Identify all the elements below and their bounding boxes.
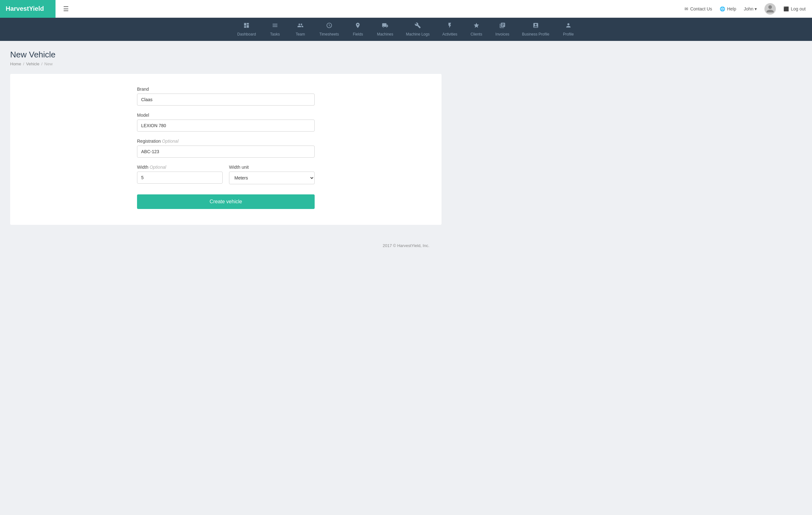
form-card: Brand Model Registration Optional (10, 74, 441, 225)
timesheets-icon (326, 22, 332, 30)
help-label: Help (727, 6, 736, 11)
nav-item-clients[interactable]: Clients (464, 18, 489, 41)
registration-input[interactable] (137, 146, 315, 158)
nav-label-clients: Clients (470, 32, 482, 36)
nav-label-dashboard: Dashboard (237, 32, 256, 36)
nav-label-business-profile: Business Profile (522, 32, 549, 36)
width-unit-col: Width unit Meters Feet Inches (229, 164, 315, 184)
help-icon: 🌐 (720, 6, 725, 11)
nav-label-profile: Profile (563, 32, 574, 36)
width-col: Width Optional (137, 164, 223, 184)
nav-label-team: Team (296, 32, 305, 36)
machine-logs-icon (414, 22, 421, 30)
registration-label: Registration Optional (137, 139, 315, 144)
activities-icon (446, 22, 453, 30)
nav-item-invoices[interactable]: Invoices (489, 18, 516, 41)
breadcrumb-sep-1: / (23, 62, 24, 66)
nav-item-activities[interactable]: Activities (436, 18, 463, 41)
width-unit-label: Width unit (229, 164, 315, 170)
nav-label-invoices: Invoices (495, 32, 510, 36)
nav-label-fields: Fields (353, 32, 363, 36)
nav-item-timesheets[interactable]: Timesheets (313, 18, 345, 41)
hamburger-button[interactable]: ☰ (61, 4, 71, 14)
nav-item-fields[interactable]: Fields (345, 18, 371, 41)
brand-input[interactable] (137, 94, 315, 105)
model-input[interactable] (137, 120, 315, 131)
header-right: ✉ Contact Us 🌐 Help John ▾ ⬛ Log out (685, 3, 806, 14)
page-title: New Vehicle (10, 50, 802, 60)
footer-text: 2017 © HarvestYield, Inc. (382, 243, 429, 248)
width-input[interactable] (137, 172, 223, 184)
machines-icon (382, 22, 388, 30)
top-header: HarvestYield ☰ ✉ Contact Us 🌐 Help John … (0, 0, 812, 18)
breadcrumb-vehicle[interactable]: Vehicle (26, 62, 39, 66)
page-content: New Vehicle Home / Vehicle / New Brand M… (0, 41, 812, 234)
model-label: Model (137, 113, 315, 118)
fields-icon (355, 22, 361, 30)
team-icon (297, 22, 303, 30)
chevron-down-icon: ▾ (755, 6, 757, 11)
width-row: Width Optional Width unit Meters Feet In… (137, 164, 315, 184)
brand-group: Brand (137, 87, 315, 105)
form-inner: Brand Model Registration Optional (137, 87, 315, 209)
mail-icon: ✉ (685, 6, 688, 11)
nav-item-machine-logs[interactable]: Machine Logs (400, 18, 436, 41)
help-link[interactable]: 🌐 Help (720, 6, 736, 11)
model-group: Model (137, 113, 315, 131)
width-label: Width Optional (137, 164, 223, 170)
nav-label-machines: Machines (377, 32, 393, 36)
nav-item-business-profile[interactable]: Business Profile (516, 18, 556, 41)
breadcrumb: Home / Vehicle / New (10, 62, 802, 66)
footer: 2017 © HarvestYield, Inc. (0, 234, 812, 258)
dashboard-icon (243, 22, 250, 30)
registration-group: Registration Optional (137, 139, 315, 158)
invoices-icon (499, 22, 505, 30)
nav-item-profile[interactable]: Profile (556, 18, 581, 41)
avatar[interactable] (764, 3, 776, 14)
nav-label-activities: Activities (442, 32, 457, 36)
nav-label-timesheets: Timesheets (319, 32, 339, 36)
profile-icon (565, 22, 572, 30)
nav-item-team[interactable]: Team (288, 18, 313, 41)
breadcrumb-sep-2: / (41, 62, 42, 66)
user-menu[interactable]: John ▾ (744, 6, 757, 11)
breadcrumb-home[interactable]: Home (10, 62, 21, 66)
nav-item-dashboard[interactable]: Dashboard (231, 18, 262, 41)
contact-us-link[interactable]: ✉ Contact Us (685, 6, 712, 11)
tasks-icon (272, 22, 278, 30)
breadcrumb-new: New (45, 62, 53, 66)
user-name-label: John (744, 6, 753, 11)
app-logo: HarvestYield (0, 0, 56, 18)
logout-icon: ⬛ (783, 6, 789, 11)
create-vehicle-button[interactable]: Create vehicle (137, 194, 315, 209)
nav-item-machines[interactable]: Machines (371, 18, 399, 41)
brand-label: Brand (137, 87, 315, 92)
nav-item-tasks[interactable]: Tasks (262, 18, 288, 41)
logout-label: Log out (791, 6, 806, 11)
width-unit-select[interactable]: Meters Feet Inches (229, 172, 315, 184)
nav-label-machine-logs: Machine Logs (406, 32, 430, 36)
business-profile-icon (532, 22, 539, 30)
clients-icon (473, 22, 480, 30)
logout-link[interactable]: ⬛ Log out (783, 6, 806, 11)
nav-bar: Dashboard Tasks Team Timesheets Fields M… (0, 18, 812, 41)
nav-label-tasks: Tasks (270, 32, 280, 36)
contact-us-label: Contact Us (690, 6, 712, 11)
